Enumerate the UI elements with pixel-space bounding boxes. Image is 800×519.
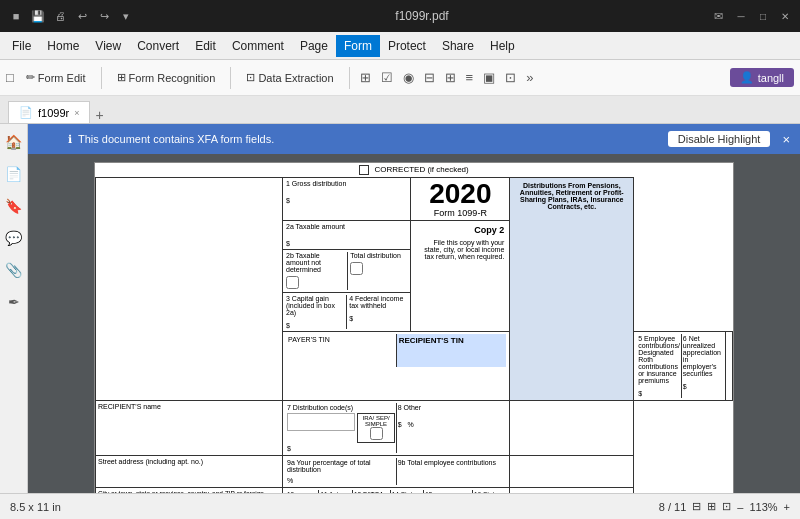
document-tab[interactable]: 📄 f1099r × [8, 101, 90, 123]
form-row-recipient: RECIPIENT'S name 7 Distribution code(s) [96, 401, 733, 456]
menu-home[interactable]: Home [39, 35, 87, 57]
redo-icon[interactable]: ↪ [96, 8, 112, 24]
new-tab-button[interactable]: + [90, 107, 108, 123]
menu-page[interactable]: Page [292, 35, 336, 57]
right-description: Distributions From Pensions, Annuities, … [513, 180, 630, 212]
email-icon[interactable]: ✉ [710, 8, 726, 24]
ira-sep-checkbox[interactable] [370, 427, 383, 440]
corrected-row: CORRECTED (if checked) [95, 163, 733, 177]
menu-share[interactable]: Share [434, 35, 482, 57]
street-value[interactable] [98, 465, 280, 483]
data-extraction-label: Data Extraction [258, 72, 333, 84]
total-employee-label: 9b Total employee contributions [398, 459, 506, 466]
gross-dist-cell: 1 Gross distribution $ [282, 178, 410, 221]
payer-tin-value[interactable] [288, 343, 394, 363]
menu-edit[interactable]: Edit [187, 35, 224, 57]
dist-code-cell: 7 Distribution code(s) IRA/ SEP/ SIMPLE [286, 403, 396, 453]
tin-row-cell: PAYER'S TIN RECIPIENT'S TIN [282, 332, 509, 401]
form-edit-icon: ✏ [26, 71, 35, 84]
print-icon[interactable]: 🖨 [52, 8, 68, 24]
app-icon: ■ [8, 8, 24, 24]
recipient-name-cell: RECIPIENT'S name [96, 401, 283, 456]
total-dist-checkbox[interactable] [350, 262, 363, 275]
right-desc-cell: Distributions From Pensions, Annuities, … [510, 178, 634, 401]
sidebar-home-icon[interactable]: 🏠 [1, 130, 26, 154]
payer-tin-cell: PAYER'S TIN [286, 334, 396, 367]
sidebar-bookmark-icon[interactable]: 🔖 [1, 194, 26, 218]
recipient-tin-value[interactable] [399, 345, 505, 365]
taxable-notdet-row: 2b Taxable amount not determined Total d… [286, 252, 407, 290]
ira-sep-cell: IRA/ SEP/ SIMPLE [357, 413, 394, 443]
zoom-out-button[interactable]: – [737, 501, 743, 513]
close-button[interactable]: ✕ [778, 9, 792, 23]
sidebar-signature-icon[interactable]: ✒ [4, 290, 24, 314]
menu-form[interactable]: Form [336, 35, 380, 57]
pct-total-value: % [287, 477, 395, 484]
capital-gain-cell: 3 Capital gain (included in box 2a) $ [286, 295, 346, 329]
form-row-1: 1 Gross distribution $ 2020 Form 1099-R … [96, 178, 733, 221]
view-icon-1[interactable]: ⊟ [692, 500, 701, 513]
copy2-desc: File this copy with your state, city, or… [414, 237, 506, 262]
taxable-cell: 2a Taxable amount $ [282, 221, 410, 250]
view-icon-3[interactable]: ⊡ [722, 500, 731, 513]
notification-bar: ℹ This document contains XFA form fields… [28, 124, 800, 154]
sidebar-comment-icon[interactable]: 💬 [1, 226, 26, 250]
notification-close-button[interactable]: × [782, 132, 790, 147]
disable-highlight-button[interactable]: Disable Highlight [668, 131, 771, 147]
corrected-checkbox[interactable] [359, 165, 369, 175]
menu-help[interactable]: Help [482, 35, 523, 57]
recipient-tin-cell: RECIPIENT'S TIN [396, 334, 507, 367]
taxable-notdet-checkbox[interactable] [286, 276, 299, 289]
page-indicator: 8 / 11 [659, 501, 687, 513]
total-dist-cell: Total distribution [347, 252, 407, 290]
recipient-name-value[interactable] [98, 410, 280, 432]
toolbar-form-icon-2: ☑ [378, 70, 396, 85]
minimize-button[interactable]: ─ [734, 9, 748, 23]
employee-contrib-amount: $ [638, 390, 680, 397]
sidebar-page-icon[interactable]: 📄 [1, 162, 26, 186]
menu-convert[interactable]: Convert [129, 35, 187, 57]
tab-title: f1099r [38, 107, 69, 119]
info-icon: ℹ [68, 133, 72, 146]
form-recognition-button[interactable]: ⊞ Form Recognition [109, 67, 224, 88]
gross-dist-amount: $ [286, 197, 407, 204]
total-employee-cell: 9b Total employee contributions [396, 458, 507, 485]
capgain-fed-row: 3 Capital gain (included in box 2a) $ 4 … [286, 295, 407, 329]
zoom-in-button[interactable]: + [784, 501, 790, 513]
menu-file[interactable]: File [4, 35, 39, 57]
dropdown-icon[interactable]: ▾ [118, 8, 134, 24]
tab-close-button[interactable]: × [74, 108, 79, 118]
recognition-icon: ⊞ [117, 71, 126, 84]
dist-code-row: IRA/ SEP/ SIMPLE [287, 413, 395, 443]
corrected-label: CORRECTED (if checked) [374, 165, 468, 174]
data-extraction-button[interactable]: ⊡ Data Extraction [238, 67, 341, 88]
taxable-notdet-cell: 2b Taxable amount not determined Total d… [282, 250, 410, 293]
form-edit-button[interactable]: ✏ Form Edit [18, 67, 94, 88]
menu-comment[interactable]: Comment [224, 35, 292, 57]
payer-name-cell [96, 178, 283, 401]
toolbar-separator-1 [101, 67, 102, 89]
toolbar-form-icon-7: ▣ [480, 70, 498, 85]
tin-row: PAYER'S TIN RECIPIENT'S TIN [286, 334, 506, 367]
sidebar-attachment-icon[interactable]: 📎 [1, 258, 26, 282]
total-dist-label: Total distribution [350, 252, 407, 259]
toolbar-more-icon[interactable]: » [523, 70, 536, 85]
user-name: tangll [758, 72, 784, 84]
form-recognition-label: Form Recognition [129, 72, 216, 84]
view-icon-2[interactable]: ⊞ [707, 500, 716, 513]
other-pct: % [407, 421, 413, 428]
form-toolbar-icon: □ [6, 70, 14, 85]
pdf-document: CORRECTED (if checked) 1 Gross distribut… [94, 162, 734, 493]
save-icon[interactable]: 💾 [30, 8, 46, 24]
dist-code-input[interactable] [287, 413, 355, 431]
dist-other-row: 7 Distribution code(s) IRA/ SEP/ SIMPLE [286, 403, 506, 453]
undo-icon[interactable]: ↩ [74, 8, 90, 24]
title-bar-left: ■ 💾 🖨 ↩ ↪ ▾ [8, 8, 134, 24]
status-bar-right: 8 / 11 ⊟ ⊞ ⊡ – 113% + [659, 500, 790, 513]
form-table: 1 Gross distribution $ 2020 Form 1099-R … [95, 177, 733, 493]
menu-protect[interactable]: Protect [380, 35, 434, 57]
recipient-name-label: RECIPIENT'S name [98, 403, 280, 410]
menu-view[interactable]: View [87, 35, 129, 57]
maximize-button[interactable]: □ [756, 9, 770, 23]
copy2-cell: Copy 2 File this copy with your state, c… [411, 221, 510, 332]
